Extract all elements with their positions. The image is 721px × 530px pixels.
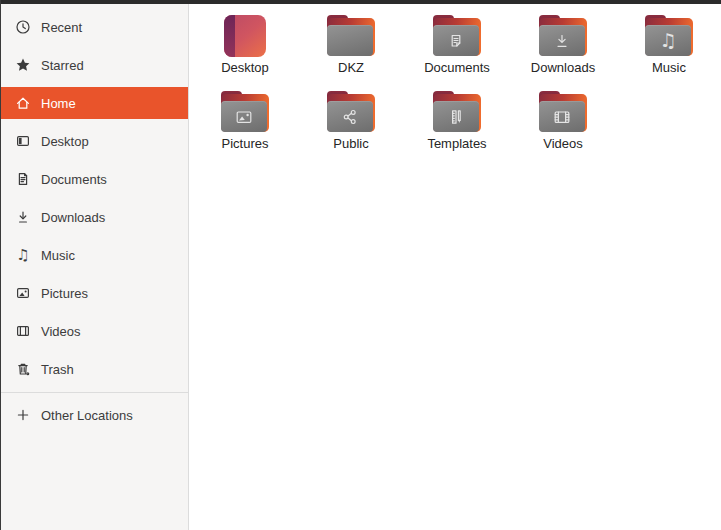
music-note-emblem: ♫ <box>645 25 691 56</box>
sidebar-item-label: Starred <box>41 58 84 73</box>
file-item-label: Public <box>333 136 368 151</box>
folder-icon-shape <box>539 91 587 133</box>
sidebar-separator <box>1 392 188 393</box>
folder-icon <box>327 14 375 58</box>
folder-icon <box>221 90 269 134</box>
folder-icon: ♫ <box>645 14 693 58</box>
sidebar-item-other-locations[interactable]: Other Locations <box>1 396 188 434</box>
sidebar-item-label: Music <box>41 248 75 263</box>
document-icon <box>15 171 31 187</box>
desktop-special-icon <box>221 14 269 58</box>
desktop-tile-left-strip <box>224 15 235 57</box>
film-icon <box>15 323 31 339</box>
file-item-dkz[interactable]: DKZ <box>298 8 404 84</box>
home-icon <box>15 95 31 111</box>
document-emblem <box>433 25 479 56</box>
file-item-templates[interactable]: Templates <box>404 84 510 160</box>
sidebar-item-recent[interactable]: Recent <box>1 8 188 46</box>
plus-icon <box>15 407 31 423</box>
desktop-icon <box>15 133 31 149</box>
folder-icon-shape <box>327 91 375 133</box>
file-item-label: DKZ <box>338 60 364 75</box>
file-item-label: Pictures <box>222 136 269 151</box>
folder-icon-shape <box>433 15 481 57</box>
file-item-videos[interactable]: Videos <box>510 84 616 160</box>
sidebar-item-label: Recent <box>41 20 82 35</box>
sidebar-item-desktop[interactable]: Desktop <box>1 122 188 160</box>
file-item-label: Desktop <box>221 60 269 75</box>
folder-view: DesktopDKZDocumentsDownloads♫MusicPictur… <box>189 4 721 530</box>
file-item-pictures[interactable]: Pictures <box>192 84 298 160</box>
folder-icon <box>539 90 587 134</box>
sidebar-item-label: Trash <box>41 362 74 377</box>
folder-icon <box>539 14 587 58</box>
sidebar-item-music[interactable]: ♫Music <box>1 236 188 274</box>
sidebar-item-label: Home <box>41 96 76 111</box>
download-emblem <box>539 25 585 56</box>
window-left-edge <box>0 0 1 530</box>
folder-icon <box>327 90 375 134</box>
sidebar-item-home[interactable]: Home <box>1 84 188 122</box>
picture-emblem <box>221 101 267 132</box>
file-item-label: Downloads <box>531 60 595 75</box>
file-item-music[interactable]: ♫Music <box>616 8 721 84</box>
window-top-edge <box>0 0 721 4</box>
share-emblem <box>327 101 373 132</box>
sidebar-item-downloads[interactable]: Downloads <box>1 198 188 236</box>
music-note-icon: ♫ <box>15 247 31 263</box>
sidebar-item-videos[interactable]: Videos <box>1 312 188 350</box>
folder-icon-shape <box>221 91 269 133</box>
sidebar-item-documents[interactable]: Documents <box>1 160 188 198</box>
file-item-downloads[interactable]: Downloads <box>510 8 616 84</box>
sidebar-list: RecentStarredHomeDesktopDocumentsDownloa… <box>1 8 188 388</box>
folder-icon-shape <box>327 15 375 57</box>
picture-icon <box>15 285 31 301</box>
folder-icon-shape <box>433 91 481 133</box>
desktop-gradient-tile <box>224 15 266 57</box>
film-emblem <box>539 101 585 132</box>
folder-icon-shape: ♫ <box>645 15 693 57</box>
clock-icon <box>15 19 31 35</box>
file-item-public[interactable]: Public <box>298 84 404 160</box>
places-sidebar: RecentStarredHomeDesktopDocumentsDownloa… <box>1 4 189 530</box>
file-item-documents[interactable]: Documents <box>404 8 510 84</box>
sidebar-bottom-list: Other Locations <box>1 396 188 434</box>
sidebar-item-label: Desktop <box>41 134 89 149</box>
icon-grid: DesktopDKZDocumentsDownloads♫MusicPictur… <box>189 4 721 160</box>
trash-icon <box>15 361 31 377</box>
sidebar-item-label: Videos <box>41 324 81 339</box>
sidebar-item-label: Pictures <box>41 286 88 301</box>
sidebar-item-trash[interactable]: Trash <box>1 350 188 388</box>
sidebar-item-starred[interactable]: Starred <box>1 46 188 84</box>
star-icon <box>15 57 31 73</box>
sidebar-item-label: Other Locations <box>41 408 133 423</box>
file-item-label: Documents <box>424 60 490 75</box>
sidebar-item-pictures[interactable]: Pictures <box>1 274 188 312</box>
ruler-pencil-emblem <box>433 101 479 132</box>
file-item-label: Videos <box>543 136 583 151</box>
folder-icon <box>433 14 481 58</box>
file-item-label: Templates <box>427 136 486 151</box>
file-manager-window: RecentStarredHomeDesktopDocumentsDownloa… <box>0 0 721 530</box>
sidebar-item-label: Downloads <box>41 210 105 225</box>
folder-icon-shape <box>539 15 587 57</box>
download-icon <box>15 209 31 225</box>
folder-icon <box>433 90 481 134</box>
file-item-label: Music <box>652 60 686 75</box>
sidebar-item-label: Documents <box>41 172 107 187</box>
folder-front <box>327 25 373 56</box>
file-item-desktop[interactable]: Desktop <box>192 8 298 84</box>
